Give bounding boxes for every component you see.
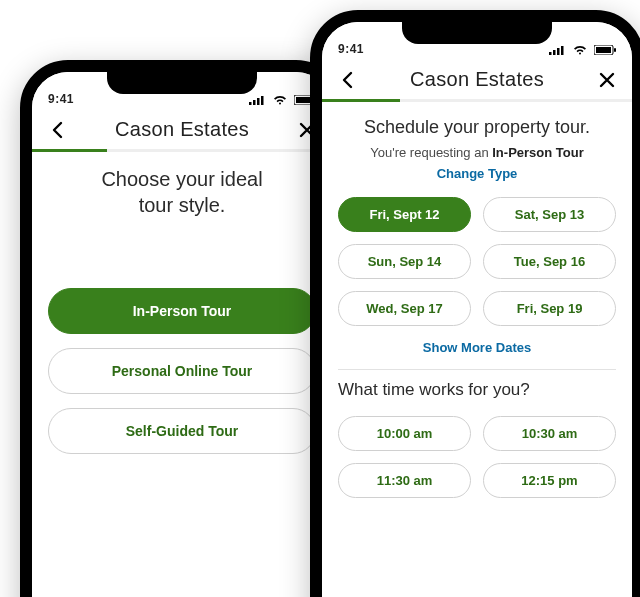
svg-rect-13 [614, 48, 616, 52]
divider [338, 369, 616, 370]
svg-rect-7 [549, 52, 552, 55]
status-time: 9:41 [48, 92, 74, 106]
heading-line1: Choose your ideal [101, 168, 262, 190]
back-button[interactable] [336, 71, 358, 89]
date-chip[interactable]: Fri, Sep 19 [483, 291, 616, 326]
requesting-text: You're requesting an In-Person Tour [338, 145, 616, 160]
time-grid: 10:00 am 10:30 am 11:30 am 12:15 pm [338, 416, 616, 498]
svg-rect-2 [257, 98, 260, 105]
tour-type-options: In-Person Tour Personal Online Tour Self… [48, 288, 316, 454]
svg-rect-3 [261, 96, 264, 105]
wifi-icon [573, 45, 587, 55]
wifi-icon [273, 95, 287, 105]
chevron-left-icon [50, 121, 64, 139]
requesting-type: In-Person Tour [492, 145, 583, 160]
date-chip[interactable]: Sun, Sep 14 [338, 244, 471, 279]
time-chip[interactable]: 12:15 pm [483, 463, 616, 498]
time-question: What time works for you? [338, 380, 616, 400]
svg-rect-10 [561, 46, 564, 55]
date-chip[interactable]: Fri, Sept 12 [338, 197, 471, 232]
close-button[interactable] [596, 72, 618, 88]
phone-notch [107, 70, 257, 94]
time-chip[interactable]: 11:30 am [338, 463, 471, 498]
chevron-left-icon [340, 71, 354, 89]
svg-rect-9 [557, 48, 560, 55]
heading: Choose your ideal tour style. [48, 166, 316, 218]
svg-rect-8 [553, 50, 556, 55]
page-title: Cason Estates [410, 68, 544, 91]
option-in-person[interactable]: In-Person Tour [48, 288, 316, 334]
page-title: Cason Estates [115, 118, 249, 141]
date-chip[interactable]: Wed, Sep 17 [338, 291, 471, 326]
svg-rect-12 [596, 47, 611, 53]
status-time: 9:41 [338, 42, 364, 56]
phone-front: 9:41 Cason Estates Sched [310, 10, 640, 597]
signal-icon [549, 45, 565, 55]
option-self-guided[interactable]: Self-Guided Tour [48, 408, 316, 454]
svg-rect-5 [296, 97, 311, 103]
date-grid: Fri, Sept 12 Sat, Sep 13 Sun, Sep 14 Tue… [338, 197, 616, 326]
time-chip[interactable]: 10:00 am [338, 416, 471, 451]
show-more-dates-link[interactable]: Show More Dates [338, 340, 616, 355]
requesting-prefix: You're requesting an [370, 145, 492, 160]
date-chip[interactable]: Sat, Sep 13 [483, 197, 616, 232]
date-chip[interactable]: Tue, Sep 16 [483, 244, 616, 279]
status-icons [245, 92, 316, 106]
status-icons [545, 42, 616, 56]
time-chip[interactable]: 10:30 am [483, 416, 616, 451]
nav-header: Cason Estates [32, 108, 332, 149]
nav-header: Cason Estates [322, 58, 632, 99]
svg-rect-1 [253, 100, 256, 105]
option-personal-online[interactable]: Personal Online Tour [48, 348, 316, 394]
battery-icon [594, 45, 616, 55]
phone-back: 9:41 Cason Estates [20, 60, 344, 597]
signal-icon [249, 95, 265, 105]
change-type-link[interactable]: Change Type [338, 166, 616, 181]
back-button[interactable] [46, 121, 68, 139]
phone-notch [402, 20, 552, 44]
heading-line2: tour style. [139, 194, 226, 216]
svg-rect-0 [249, 102, 252, 105]
close-icon [599, 72, 615, 88]
heading: Schedule your property tour. [338, 116, 616, 139]
